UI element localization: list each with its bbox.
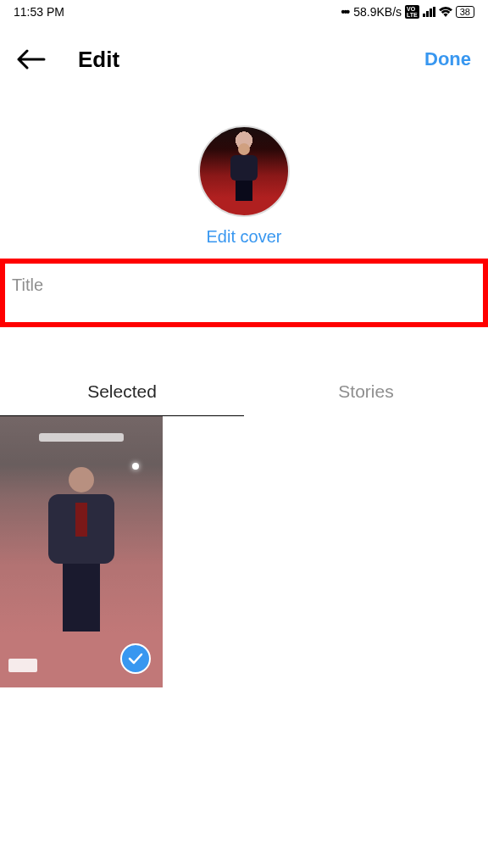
title-input-highlight <box>0 259 488 327</box>
tab-stories[interactable]: Stories <box>244 368 488 416</box>
status-indicators: ••• 58.9KB/s VOLTE 38 <box>341 5 475 19</box>
done-button[interactable]: Done <box>424 48 471 70</box>
page-title: Edit <box>78 47 394 73</box>
status-dots: ••• <box>341 5 349 19</box>
back-button[interactable] <box>17 44 47 75</box>
selected-check-icon <box>120 643 151 674</box>
battery-icon: 38 <box>456 6 474 18</box>
tabs: Selected Stories <box>0 368 488 416</box>
title-input[interactable] <box>5 264 483 322</box>
signal-icon <box>423 7 435 17</box>
status-time: 11:53 PM <box>14 5 64 19</box>
story-thumbnail[interactable] <box>0 416 163 687</box>
header: Edit Done <box>0 24 488 92</box>
wifi-icon <box>439 7 452 17</box>
status-bar: 11:53 PM ••• 58.9KB/s VOLTE 38 <box>0 0 488 24</box>
volte-icon: VOLTE <box>405 5 419 19</box>
cover-section: Edit cover <box>0 92 488 247</box>
content-grid <box>0 416 488 687</box>
network-speed: 58.9KB/s <box>353 5 402 19</box>
tab-selected[interactable]: Selected <box>0 368 244 416</box>
back-arrow-icon <box>17 49 46 70</box>
cover-image[interactable] <box>198 125 290 217</box>
edit-cover-link[interactable]: Edit cover <box>207 227 282 247</box>
